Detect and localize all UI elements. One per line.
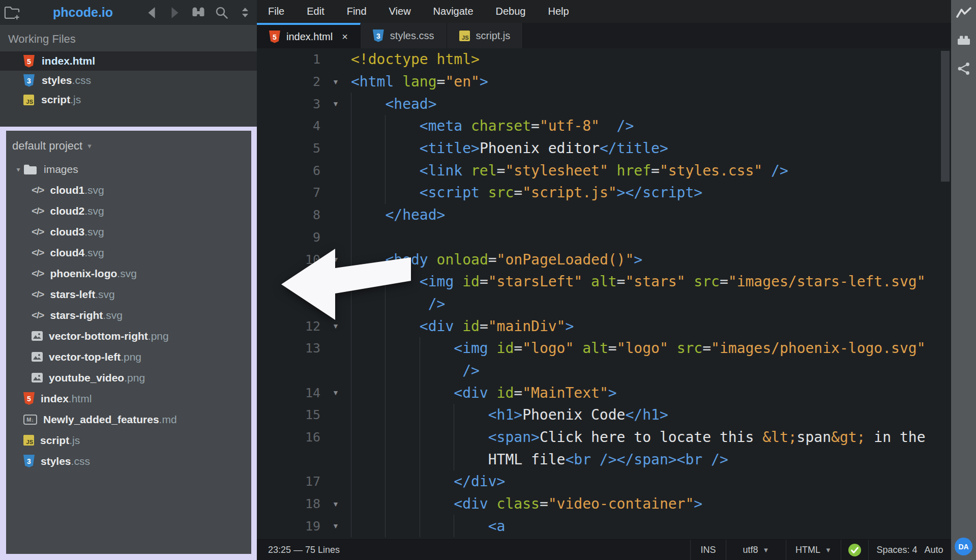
code-line[interactable]: 14▼ <div id="MainText"> — [257, 381, 951, 404]
code-line-text[interactable]: <h1>Phoenix Code</h1> — [351, 404, 951, 426]
menu-item-help[interactable]: Help — [537, 0, 580, 23]
code-line-text[interactable]: <img id="starsLeft" alt="stars" src="ima… — [351, 271, 951, 293]
editor-scrollbar[interactable] — [941, 51, 950, 182]
tree-item-Newly_added_features.md[interactable]: M↓Newly_added_features.md — [6, 409, 251, 430]
insert-mode-indicator[interactable]: INS — [690, 540, 726, 560]
tree-item-index.html[interactable]: 5index.html — [6, 388, 251, 409]
tab-index.html[interactable]: 5index.html× — [257, 23, 361, 48]
extension-manager-icon[interactable] — [951, 29, 976, 51]
menu-item-view[interactable]: View — [378, 0, 422, 23]
code-line[interactable]: 7 <script src="script.js"></script> — [257, 182, 951, 204]
code-line[interactable]: 10▼ <body onload="onPageLoaded()"> — [257, 248, 951, 271]
code-line-text[interactable]: <img id="logo" alt="logo" src="images/ph… — [351, 337, 951, 360]
find-in-files-icon[interactable] — [190, 4, 207, 21]
code-line-text[interactable]: <title>Phoenix editor</title> — [351, 137, 951, 160]
tab-styles.css[interactable]: 3styles.css — [361, 23, 447, 48]
menu-item-file[interactable]: File — [257, 0, 295, 23]
lint-status[interactable] — [841, 540, 868, 560]
project-switcher[interactable]: default project ▾ — [6, 131, 251, 159]
code-line-text[interactable]: <link rel="stylesheet" href="styles.css"… — [351, 159, 951, 182]
indent-settings[interactable]: Spaces: 4 Auto — [868, 540, 951, 560]
code-line[interactable]: 9 — [257, 226, 951, 249]
tree-item-cloud3.svg[interactable]: </>cloud3.svg — [6, 221, 251, 242]
project-name: default project — [12, 139, 82, 153]
fold-toggle-icon[interactable]: ▼ — [320, 322, 351, 330]
code-line[interactable]: /> — [257, 293, 951, 315]
fold-toggle-icon[interactable]: ▼ — [320, 389, 351, 397]
code-line-text[interactable]: /> — [351, 293, 951, 315]
tree-item-script.js[interactable]: JSscript.js — [6, 430, 251, 451]
fold-toggle-icon[interactable]: ▼ — [320, 100, 351, 108]
code-line[interactable]: 17 </div> — [257, 470, 951, 493]
close-icon[interactable]: × — [342, 31, 348, 43]
fold-toggle-icon[interactable]: ▼ — [320, 78, 351, 86]
menu-item-find[interactable]: Find — [336, 0, 378, 23]
code-line-text[interactable]: <head> — [351, 93, 951, 115]
code-line[interactable]: 2▼<html lang="en"> — [257, 71, 951, 93]
working-file-styles.css[interactable]: 3styles.css — [0, 71, 257, 90]
code-line[interactable]: 12▼ <div id="mainDiv"> — [257, 315, 951, 337]
tree-item-styles.css[interactable]: 3styles.css — [6, 451, 251, 471]
code-line-text[interactable]: <!doctype html> — [351, 48, 951, 71]
menu-item-debug[interactable]: Debug — [485, 0, 537, 23]
code-line-text[interactable]: </div> — [351, 470, 951, 493]
code-line-text[interactable]: </head> — [351, 204, 951, 226]
tree-item-cloud4.svg[interactable]: </>cloud4.svg — [6, 242, 251, 263]
forward-icon[interactable] — [166, 4, 184, 21]
back-icon[interactable] — [143, 4, 160, 21]
tree-item-vector-top-left.png[interactable]: vector-top-left.png — [6, 346, 251, 367]
code-line-text[interactable] — [351, 226, 951, 249]
code-line-text[interactable]: <div id="MainText"> — [351, 381, 951, 404]
code-line[interactable]: 13 <img id="logo" alt="logo" src="images… — [257, 337, 951, 360]
code-line[interactable]: 18▼ <div class="video-container"> — [257, 493, 951, 515]
code-line[interactable]: 3▼ <head> — [257, 93, 951, 115]
tree-item-vector-bottom-right.png[interactable]: vector-bottom-right.png — [6, 326, 251, 346]
fold-toggle-icon[interactable]: ▼ — [320, 522, 351, 530]
code-line[interactable]: 16 <span>Click here to locate this &lt;s… — [257, 426, 951, 449]
code-line-text[interactable]: <script src="script.js"></script> — [351, 182, 951, 204]
code-line[interactable]: /> — [257, 360, 951, 382]
tree-item-stars-left.svg[interactable]: </>stars-left.svg — [6, 284, 251, 305]
code-line[interactable]: 19▼ <a — [257, 515, 951, 537]
tree-item-phoenix-logo.svg[interactable]: </>phoenix-logo.svg — [6, 263, 251, 284]
code-line[interactable]: 4 <meta charset="utf-8" /> — [257, 115, 951, 137]
code-line-text[interactable]: <span>Click here to locate this &lt;span… — [351, 426, 951, 449]
code-line[interactable]: 6 <link rel="stylesheet" href="styles.cs… — [257, 159, 951, 182]
code-line[interactable]: HTML file<br /></span><br /> — [257, 448, 951, 470]
code-line-text[interactable]: HTML file<br /></span><br /> — [351, 448, 951, 470]
code-line[interactable]: 11 <img id="starsLeft" alt="stars" src="… — [257, 271, 951, 293]
working-file-index.html[interactable]: 5index.html — [0, 51, 257, 71]
language-selector[interactable]: HTML▼ — [786, 540, 841, 560]
encoding-selector[interactable]: utf8▼ — [726, 540, 786, 560]
code-line[interactable]: 8 </head> — [257, 204, 951, 226]
live-preview-icon[interactable] — [951, 2, 976, 24]
new-project-icon[interactable] — [3, 4, 20, 21]
search-icon[interactable] — [213, 4, 230, 21]
code-line[interactable]: 5 <title>Phoenix editor</title> — [257, 137, 951, 160]
code-line-text[interactable]: <a — [351, 515, 951, 537]
code-line-text[interactable]: <div id="mainDiv"> — [351, 315, 951, 337]
menu-item-edit[interactable]: Edit — [295, 0, 335, 23]
tree-item-cloud1.svg[interactable]: </>cloud1.svg — [6, 180, 251, 200]
code-line-text[interactable]: /> — [351, 360, 951, 382]
working-file-script.js[interactable]: JSscript.js — [0, 90, 257, 109]
share-icon[interactable] — [951, 57, 976, 80]
caret-icon[interactable]: ▾ — [13, 165, 23, 173]
tree-item-stars-right.svg[interactable]: </>stars-right.svg — [6, 305, 251, 326]
code-line-text[interactable]: <div class="video-container"> — [351, 493, 951, 515]
sort-icon[interactable] — [236, 4, 254, 21]
code-line[interactable]: 1<!doctype html> — [257, 48, 951, 71]
fold-toggle-icon[interactable]: ▼ — [320, 500, 351, 508]
code-line-text[interactable]: <meta charset="utf-8" /> — [351, 115, 951, 137]
fold-toggle-icon[interactable]: ▼ — [320, 255, 351, 263]
menu-item-navigate[interactable]: Navigate — [422, 0, 485, 23]
code-line[interactable]: 15 <h1>Phoenix Code</h1> — [257, 404, 951, 426]
code-line-text[interactable]: <html lang="en"> — [351, 71, 951, 93]
tree-item-cloud2.svg[interactable]: </>cloud2.svg — [6, 200, 251, 221]
user-avatar[interactable]: DA — [955, 538, 972, 555]
code-editor[interactable]: 1<!doctype html>2▼<html lang="en">3▼ <he… — [257, 48, 951, 539]
code-line-text[interactable]: <body onload="onPageLoaded()"> — [351, 248, 951, 271]
tree-item-images[interactable]: ▾images — [6, 159, 251, 180]
tab-script.js[interactable]: JSscript.js — [447, 23, 523, 48]
tree-item-youtube_video.png[interactable]: youtube_video.png — [6, 367, 251, 388]
